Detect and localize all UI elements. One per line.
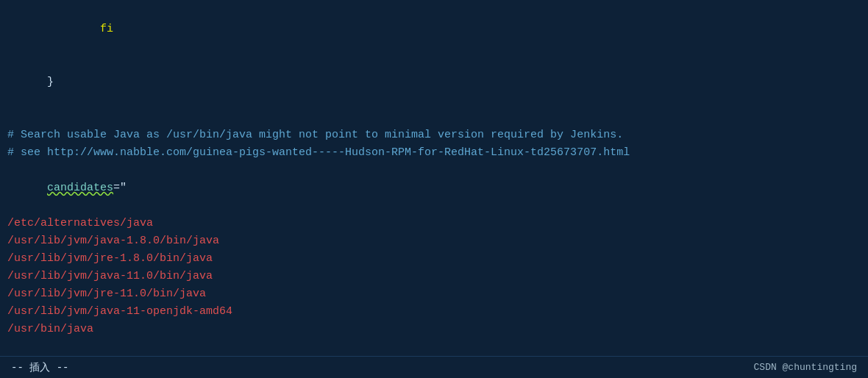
line-java4: /usr/lib/jvm/java-11.0/bin/java (7, 268, 861, 285)
line-java3: /usr/lib/jvm/jre-1.8.0/bin/java (7, 250, 861, 268)
candidates-eq: = (113, 182, 120, 194)
line-candidates: candidates=" (7, 162, 861, 215)
right-dashes: -- (57, 362, 69, 374)
line-comment1: # Search usable Java as /usr/bin/java mi… (7, 126, 861, 144)
left-dashes: -- (11, 362, 24, 374)
fi-indent (47, 23, 100, 35)
line-java1: /etc/alternatives/java (7, 215, 861, 232)
code-area: fi } # Search usable Java as /usr/bin/ja… (0, 0, 868, 378)
candidates-key: candidates (47, 182, 113, 194)
line-fi: fi (7, 3, 861, 56)
candidates-quote: " (120, 182, 127, 194)
line-empty1 (7, 109, 861, 126)
editor-container: fi } # Search usable Java as /usr/bin/ja… (0, 0, 868, 378)
line-java6: /usr/lib/jvm/java-11-openjdk-amd64 (7, 303, 861, 321)
line-comment2: # see http://www.nabble.com/guinea-pigs-… (7, 144, 861, 162)
line-java7: /usr/bin/java (7, 321, 861, 338)
insert-label: 插入 (29, 362, 56, 374)
status-left: -- 插入 -- (11, 361, 68, 374)
status-bar: -- 插入 -- CSDN @chuntingting (0, 356, 868, 378)
line-java2: /usr/lib/jvm/java-1.8.0/bin/java (7, 232, 861, 250)
line-java5: /usr/lib/jvm/jre-11.0/bin/java (7, 285, 861, 303)
brace-char: } (47, 76, 54, 88)
line-brace: } (7, 56, 861, 109)
status-branding: CSDN @chuntingting (754, 362, 857, 373)
fi-keyword: fi (100, 23, 113, 35)
